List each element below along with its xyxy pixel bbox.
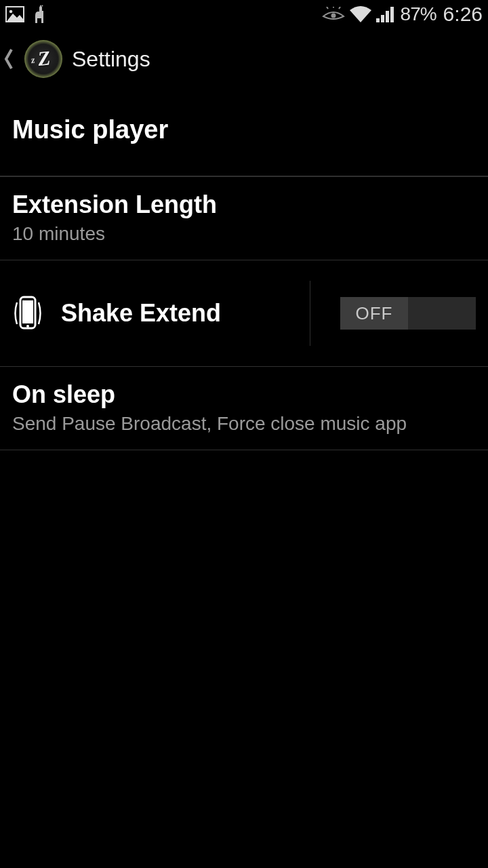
- svg-point-2: [40, 5, 41, 7]
- page-title: Settings: [72, 47, 150, 72]
- row-music-player[interactable]: Music player: [0, 90, 488, 176]
- extension-length-value: 10 minutes: [12, 223, 476, 245]
- settings-list: Music player Extension Length 10 minutes…: [0, 90, 488, 450]
- svg-rect-8: [376, 18, 380, 22]
- music-player-title: Music player: [12, 115, 476, 144]
- status-bar: 87% 6:26: [0, 0, 488, 28]
- back-icon[interactable]: [3, 47, 15, 71]
- action-bar[interactable]: z Z Settings: [0, 28, 488, 90]
- app-icon: z Z: [24, 40, 62, 78]
- extension-length-title: Extension Length: [12, 191, 476, 219]
- row-on-sleep[interactable]: On sleep Send Pause Broadcast, Force clo…: [0, 367, 488, 450]
- svg-point-3: [42, 5, 43, 7]
- row-extension-length[interactable]: Extension Length 10 minutes: [0, 176, 488, 260]
- on-sleep-value: Send Pause Broadcast, Force close music …: [12, 413, 476, 435]
- status-left: [5, 5, 47, 24]
- shake-toggle-knob: OFF: [340, 297, 408, 330]
- svg-line-7: [339, 7, 340, 9]
- llama-icon: [31, 5, 47, 24]
- wifi-icon: [349, 5, 372, 23]
- svg-rect-9: [381, 15, 384, 22]
- eye-icon: [322, 7, 345, 22]
- signal-icon: [376, 5, 396, 23]
- battery-text: 87%: [401, 3, 436, 25]
- svg-rect-13: [22, 300, 33, 323]
- phone-shake-icon: [12, 294, 43, 332]
- shake-extend-title: Shake Extend: [61, 299, 221, 328]
- row-shake-extend[interactable]: Shake Extend OFF: [0, 260, 488, 367]
- vertical-divider: [310, 281, 310, 346]
- picture-icon: [5, 6, 24, 22]
- svg-line-5: [327, 7, 328, 9]
- svg-rect-11: [390, 7, 394, 22]
- svg-point-14: [26, 325, 29, 328]
- svg-point-1: [9, 10, 13, 14]
- svg-rect-10: [386, 11, 389, 22]
- on-sleep-title: On sleep: [12, 380, 476, 409]
- clock-text: 6:26: [443, 3, 483, 26]
- shake-toggle[interactable]: OFF: [340, 297, 476, 330]
- svg-point-4: [331, 14, 336, 18]
- status-right: 87% 6:26: [322, 3, 483, 26]
- shake-label-area: Shake Extend: [12, 294, 292, 332]
